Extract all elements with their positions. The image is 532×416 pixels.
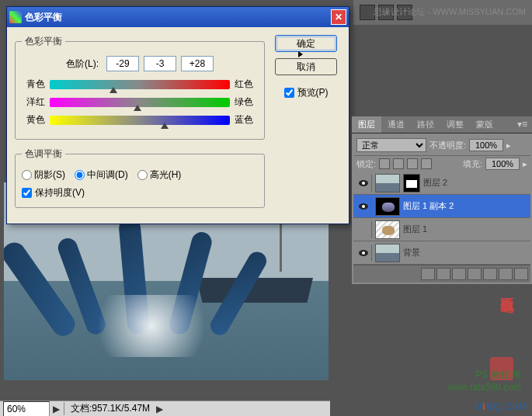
cancel-button[interactable]: 取消 — [275, 58, 337, 75]
radio-shadows[interactable]: 阴影(S) — [22, 168, 65, 182]
group-legend: 色彩平衡 — [22, 35, 65, 48]
adjustment-layer-icon[interactable] — [468, 268, 482, 280]
link-layers-icon[interactable] — [421, 268, 435, 280]
lock-label: 锁定: — [356, 158, 376, 170]
dialog-icon — [9, 11, 22, 23]
group-legend: 色调平衡 — [22, 147, 65, 161]
visibility-eye-icon[interactable] — [355, 198, 372, 215]
doc-size: 文档:957.1K/5.47M — [64, 402, 156, 415]
panel-tabs: 图层 通道 路径 调整 蒙版 ▾≡ — [352, 116, 532, 133]
radio-highlights[interactable]: 高光(H) — [137, 168, 182, 182]
layer-list: 图层 2 图层 1 副本 2 图层 1 背景 — [353, 172, 530, 265]
close-icon[interactable]: ✕ — [331, 9, 346, 25]
layer-name: 图层 1 — [403, 224, 427, 235]
splash-graphic — [82, 295, 221, 357]
lock-all-icon[interactable] — [421, 158, 432, 169]
doc-arrow-icon[interactable]: ▶ — [156, 404, 167, 414]
visibility-eye-icon[interactable] — [355, 175, 372, 192]
dialog-titlebar[interactable]: 色彩平衡 ✕ — [7, 7, 349, 27]
tab-masks[interactable]: 蒙版 — [470, 116, 499, 133]
layer-thumbnail[interactable] — [375, 244, 400, 262]
layer-item[interactable]: 图层 1 副本 2 — [353, 195, 530, 218]
fx-icon[interactable] — [436, 268, 450, 280]
level-magenta-green[interactable] — [144, 56, 176, 71]
ok-button[interactable]: 确定 — [275, 35, 337, 52]
lock-pixels-icon[interactable] — [393, 158, 404, 169]
chevron-right-icon[interactable]: ▸ — [506, 140, 511, 151]
layer-thumbnail[interactable] — [375, 220, 400, 239]
tone-balance-group: 色调平衡 阴影(S) 中间调(D) 高光(H) 保持明度(V) — [15, 147, 265, 208]
tab-adjustments[interactable]: 调整 — [440, 116, 470, 133]
status-bar: ▶ 文档:957.1K/5.47M ▶ — [0, 400, 330, 416]
slider-cyan-red[interactable] — [50, 80, 230, 89]
label-magenta: 洋红 — [22, 95, 45, 109]
color-balance-group: 色彩平衡 色阶(L): 青色 红色 洋红 绿色 — [15, 35, 265, 140]
level-cyan-red[interactable] — [106, 56, 139, 71]
panel-menu-icon[interactable]: ▾≡ — [513, 116, 532, 133]
group-icon[interactable] — [483, 268, 497, 280]
add-mask-icon[interactable] — [452, 268, 466, 280]
visibility-eye-icon[interactable] — [355, 244, 372, 262]
preview-checkbox[interactable]: 预览(P) — [284, 86, 329, 99]
level-yellow-blue[interactable] — [181, 56, 214, 71]
opacity-input[interactable] — [469, 139, 503, 151]
layer-item[interactable]: 背景 — [353, 241, 530, 265]
blend-mode-select[interactable]: 正常 — [356, 138, 426, 152]
fill-label: 填充: — [463, 158, 482, 170]
layer-name: 图层 1 副本 2 — [403, 200, 454, 212]
layer-name: 背景 — [403, 247, 420, 258]
layer-thumbnail[interactable] — [375, 174, 400, 192]
watermark-top: 思缘设计论坛 - WWW.MISSYUAN.COM — [374, 6, 526, 18]
zoom-input[interactable] — [3, 401, 50, 417]
label-green: 绿色 — [235, 95, 258, 109]
new-layer-icon[interactable] — [499, 268, 513, 280]
label-cyan: 青色 — [22, 78, 45, 91]
tool-opt[interactable] — [360, 5, 375, 20]
trash-icon[interactable] — [514, 268, 528, 280]
label-yellow: 黄色 — [22, 113, 45, 127]
zoom-arrow-icon[interactable]: ▶ — [53, 404, 64, 414]
tab-channels[interactable]: 通道 — [381, 116, 411, 133]
label-blue: 蓝色 — [235, 113, 258, 127]
tab-paths[interactable]: 路径 — [411, 116, 440, 133]
opacity-label: 不透明度: — [429, 140, 466, 151]
layer-thumbnail[interactable] — [375, 197, 400, 216]
dialog-title: 色彩平衡 — [25, 11, 331, 24]
preserve-luminosity-checkbox[interactable]: 保持明度(V) — [22, 186, 258, 199]
layer-item[interactable]: 图层 2 — [353, 172, 530, 195]
levels-label: 色阶(L): — [66, 57, 99, 71]
label-red: 红色 — [235, 78, 258, 91]
lock-position-icon[interactable] — [407, 158, 418, 169]
watermark-site: PS 教程 网 www.tata580.com — [447, 369, 521, 393]
layer-mask-thumbnail[interactable] — [403, 174, 420, 192]
layer-name: 图层 2 — [423, 177, 447, 189]
tab-layers[interactable]: 图层 — [352, 116, 381, 133]
layer-item[interactable]: 图层 1 — [353, 218, 530, 241]
slider-magenta-green[interactable] — [50, 98, 230, 107]
fill-input[interactable] — [485, 158, 520, 170]
color-balance-dialog: 色彩平衡 ✕ 色彩平衡 色阶(L): 青色 红色 洋红 — [6, 6, 349, 224]
layer-footer — [353, 265, 530, 283]
chevron-right-icon[interactable]: ▸ — [523, 159, 527, 169]
lock-transparency-icon[interactable] — [379, 158, 390, 169]
watermark-uibq: UiBQ.CoM — [475, 399, 527, 413]
radio-midtones[interactable]: 中间调(D) — [75, 168, 128, 182]
slider-yellow-blue[interactable] — [50, 116, 230, 125]
visibility-eye-icon[interactable] — [355, 221, 372, 238]
panels-dock: 图层 通道 路径 调整 蒙版 ▾≡ 正常 不透明度: ▸ 锁定: 填充: ▸ — [352, 116, 532, 284]
